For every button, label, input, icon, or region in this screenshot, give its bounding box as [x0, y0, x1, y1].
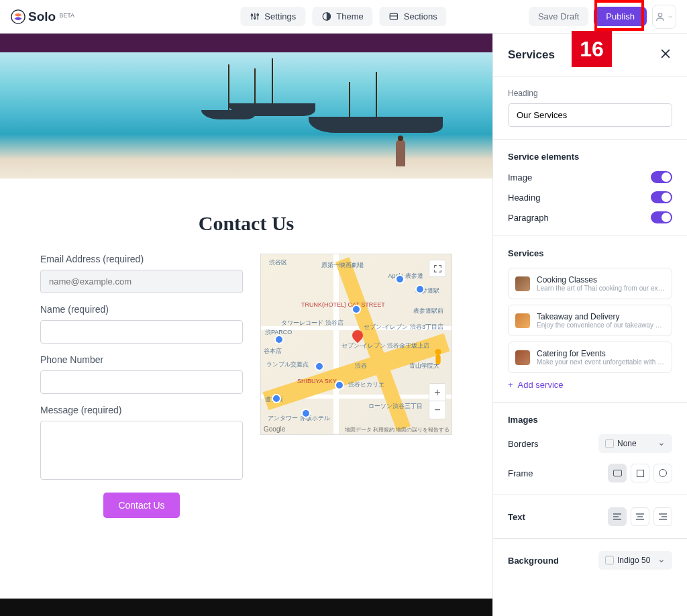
- service-item[interactable]: Cooking Classes Learn the art of Thai co…: [508, 268, 672, 299]
- service-title: Cooking Classes: [537, 275, 665, 285]
- map[interactable]: 渋谷区 Apple 表参道 原第一映画劇場 渋PARCO TRUNK(HOTEL…: [260, 254, 452, 435]
- map-poi: SHIBUYA SKY: [297, 378, 337, 384]
- align-center-icon: [635, 512, 645, 521]
- service-title: Catering for Events: [537, 349, 665, 358]
- map-poi: 渋谷区: [269, 258, 287, 267]
- background-select[interactable]: Indigo 50: [598, 551, 672, 570]
- sections-button[interactable]: Sections: [380, 7, 447, 26]
- frame-square-option[interactable]: [631, 464, 649, 482]
- toggle-heading[interactable]: [651, 191, 672, 203]
- streetview-pegman[interactable]: [431, 348, 445, 367]
- save-draft-button[interactable]: Save Draft: [529, 7, 588, 26]
- frame-label: Frame: [508, 468, 533, 478]
- svg-point-6: [257, 14, 259, 16]
- map-zoom-controls: + −: [429, 383, 446, 419]
- borders-label: Borders: [508, 439, 539, 449]
- theme-button[interactable]: Theme: [312, 7, 372, 26]
- map-poi: 渋谷ヒカリエ: [348, 380, 384, 389]
- service-thumb: [515, 313, 530, 328]
- contact-submit-button[interactable]: Contact Us: [103, 493, 179, 518]
- map-poi: セブン-イレブン 渋谷3丁目店: [364, 323, 443, 331]
- svg-point-10: [658, 13, 662, 16]
- contact-section: Contact Us Email Address (required) Name…: [0, 178, 492, 552]
- heading-label: Heading: [508, 89, 672, 98]
- sidebar-title: Services: [508, 48, 555, 62]
- map-poi: アンタワー 赤坂ホテル: [268, 414, 330, 423]
- contact-title: Contact Us: [40, 212, 452, 235]
- toggle-label-heading: Heading: [508, 193, 540, 203]
- close-icon: [659, 47, 672, 60]
- phone-input[interactable]: [40, 370, 243, 394]
- frame-circle-option[interactable]: [653, 464, 672, 482]
- images-title: Images: [508, 415, 672, 425]
- align-center-option[interactable]: [631, 507, 649, 526]
- email-label: Email Address (required): [40, 254, 243, 264]
- borders-select[interactable]: None: [598, 434, 672, 453]
- frame-rect-option[interactable]: [608, 464, 627, 482]
- solo-logo-icon: [11, 9, 25, 24]
- heading-input[interactable]: [508, 103, 672, 127]
- map-attribution: 地図データ 利用規約 地図の誤りを報告する: [345, 426, 450, 433]
- service-thumb: [515, 276, 530, 291]
- email-input[interactable]: [40, 270, 243, 293]
- text-label: Text: [508, 512, 525, 522]
- service-item[interactable]: Takeaway and Delivery Enjoy the convenie…: [508, 305, 672, 336]
- service-title: Takeaway and Delivery: [537, 312, 665, 321]
- map-poi: タワーレコード 渋谷店: [281, 319, 344, 327]
- svg-point-0: [11, 9, 25, 23]
- svg-point-11: [435, 349, 441, 355]
- map-poi: Apple 表参道: [388, 272, 423, 280]
- toggle-paragraph[interactable]: [651, 211, 672, 223]
- message-textarea[interactable]: [40, 421, 243, 480]
- brand-logo[interactable]: Solo BETA: [11, 9, 74, 24]
- preview-pane[interactable]: Contact Us Email Address (required) Name…: [0, 34, 492, 616]
- add-service-button[interactable]: + Add service: [508, 380, 672, 390]
- theme-icon: [321, 11, 331, 21]
- phone-label: Phone Number: [40, 354, 243, 365]
- map-poi: 表参道駅前: [413, 307, 443, 315]
- name-input[interactable]: [40, 320, 243, 344]
- user-icon: [655, 11, 666, 22]
- service-thumb: [515, 350, 530, 365]
- step-badge: 16: [572, 31, 612, 67]
- settings-button[interactable]: Settings: [240, 7, 305, 26]
- hero-image: [0, 52, 492, 178]
- service-item[interactable]: Catering for Events Make your next event…: [508, 342, 672, 373]
- topbar: Solo BETA Settings Theme Sections Save D…: [0, 0, 687, 34]
- sidebar: Services Heading Service elements Image …: [492, 34, 687, 616]
- map-poi: TRUNK(HOTEL) CAT STREET: [301, 301, 385, 308]
- contact-form: Email Address (required) Name (required)…: [40, 254, 243, 518]
- map-poi: 原第一映画劇場: [321, 261, 364, 270]
- map-poi: ローソン渋谷三丁目: [368, 402, 423, 411]
- toggle-image[interactable]: [651, 171, 672, 183]
- service-desc: Enjoy the convenience of our takeaway an…: [537, 321, 665, 329]
- sections-icon: [389, 11, 399, 21]
- align-left-option[interactable]: [608, 507, 627, 526]
- toggle-label-image: Image: [508, 172, 532, 183]
- map-zoom-out[interactable]: −: [429, 401, 445, 419]
- hero-top-bar: [0, 34, 492, 52]
- close-button[interactable]: [659, 47, 672, 62]
- brand-beta-badge: BETA: [59, 12, 74, 19]
- align-right-icon: [657, 512, 668, 521]
- service-desc: Learn the art of Thai cooking from our e…: [537, 285, 665, 292]
- background-label: Background: [508, 556, 559, 566]
- map-pin-icon: [352, 330, 363, 346]
- svg-point-2: [251, 14, 253, 16]
- map-fullscreen-button[interactable]: [429, 260, 446, 277]
- map-poi: ランブル交差点: [266, 360, 309, 369]
- map-poi: 谷本店: [264, 347, 282, 356]
- publish-button[interactable]: Publish: [594, 7, 647, 26]
- align-right-option[interactable]: [653, 507, 672, 526]
- svg-point-4: [254, 17, 256, 19]
- topbar-center: Settings Theme Sections: [240, 7, 446, 26]
- service-desc: Make your next event unforgettable with …: [537, 358, 665, 366]
- map-zoom-in[interactable]: +: [429, 384, 445, 401]
- plus-icon: +: [508, 380, 513, 390]
- settings-icon: [250, 11, 260, 21]
- map-google-attrib: Google: [264, 425, 285, 433]
- map-poi: 渋谷: [355, 362, 367, 370]
- user-menu[interactable]: [652, 5, 676, 29]
- toggle-label-paragraph: Paragraph: [508, 213, 549, 223]
- service-elements-title: Service elements: [508, 152, 672, 162]
